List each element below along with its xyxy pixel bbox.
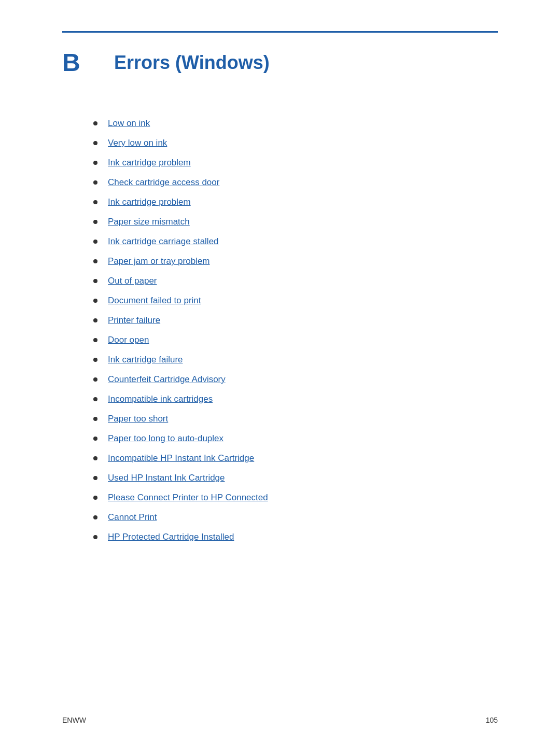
bullet-icon [93, 141, 97, 145]
toc-link-item[interactable]: HP Protected Cartridge Installed [108, 532, 234, 542]
bullet-icon [93, 220, 97, 224]
bullet-icon [93, 515, 97, 519]
toc-link-item[interactable]: Very low on ink [108, 138, 167, 148]
list-item: Ink cartridge problem [93, 158, 498, 168]
toc-link-item[interactable]: Cannot Print [108, 512, 157, 523]
toc-link-item[interactable]: Please Connect Printer to HP Connected [108, 493, 268, 503]
list-item: Very low on ink [93, 138, 498, 148]
list-item: HP Protected Cartridge Installed [93, 532, 498, 542]
list-item: Used HP Instant Ink Cartridge [93, 473, 498, 483]
list-item: Ink cartridge carriage stalled [93, 236, 498, 247]
toc-link-item[interactable]: Paper size mismatch [108, 217, 190, 227]
toc-link-item[interactable]: Paper too short [108, 414, 168, 424]
bullet-icon [93, 240, 97, 244]
toc-link-item[interactable]: Door open [108, 335, 149, 345]
list-item: Door open [93, 335, 498, 345]
toc-link-item[interactable]: Ink cartridge problem [108, 197, 191, 207]
top-border [62, 31, 498, 33]
list-item: Printer failure [93, 315, 498, 326]
list-item: Paper jam or tray problem [93, 256, 498, 266]
toc-link-item[interactable]: Check cartridge access door [108, 177, 219, 188]
list-item: Ink cartridge problem [93, 197, 498, 207]
bullet-icon [93, 456, 97, 460]
list-item: Paper too short [93, 414, 498, 424]
page-container: B Errors (Windows) Low on inkVery low on… [0, 0, 560, 745]
bullet-icon [93, 437, 97, 441]
toc-link-item[interactable]: Paper jam or tray problem [108, 256, 210, 266]
bullet-icon [93, 318, 97, 322]
bullet-icon [93, 535, 97, 539]
bullet-icon [93, 377, 97, 382]
bullet-icon [93, 358, 97, 362]
toc-link-item[interactable]: Printer failure [108, 315, 160, 326]
list-item: Paper too long to auto-duplex [93, 433, 498, 444]
bullet-icon [93, 121, 97, 125]
toc-link-item[interactable]: Low on ink [108, 118, 150, 129]
toc-link-item[interactable]: Ink cartridge problem [108, 158, 191, 168]
bullet-icon [93, 338, 97, 342]
list-item: Check cartridge access door [93, 177, 498, 188]
toc-link-item[interactable]: Incompatible ink cartridges [108, 394, 213, 404]
toc-link-item[interactable]: Out of paper [108, 276, 157, 286]
list-item: Ink cartridge failure [93, 355, 498, 365]
list-item: Document failed to print [93, 296, 498, 306]
bullet-icon [93, 161, 97, 165]
page-number: 105 [486, 716, 498, 724]
footer-label: ENWW [62, 716, 86, 724]
bullet-icon [93, 200, 97, 204]
toc-link-item[interactable]: Used HP Instant Ink Cartridge [108, 473, 225, 483]
list-item: Incompatible HP Instant Ink Cartridge [93, 453, 498, 463]
bullet-icon [93, 180, 97, 185]
bullet-icon [93, 279, 97, 283]
header-section: B Errors (Windows) [62, 48, 498, 77]
list-item: Please Connect Printer to HP Connected [93, 493, 498, 503]
list-item: Paper size mismatch [93, 217, 498, 227]
toc-link-item[interactable]: Document failed to print [108, 296, 201, 306]
toc-link-item[interactable]: Counterfeit Cartridge Advisory [108, 374, 226, 385]
toc-section: Low on inkVery low on inkInk cartridge p… [62, 118, 498, 542]
bullet-icon [93, 259, 97, 263]
toc-link-item[interactable]: Incompatible HP Instant Ink Cartridge [108, 453, 254, 463]
bullet-icon [93, 496, 97, 500]
toc-link-item[interactable]: Ink cartridge failure [108, 355, 183, 365]
toc-link-item[interactable]: Ink cartridge carriage stalled [108, 236, 219, 247]
list-item: Counterfeit Cartridge Advisory [93, 374, 498, 385]
chapter-letter: B [62, 48, 93, 77]
list-item: Cannot Print [93, 512, 498, 523]
toc-link-item[interactable]: Paper too long to auto-duplex [108, 433, 223, 444]
bullet-icon [93, 397, 97, 401]
bullet-icon [93, 299, 97, 303]
page-footer: ENWW 105 [62, 716, 498, 724]
bullet-icon [93, 417, 97, 421]
chapter-title: Errors (Windows) [114, 52, 270, 74]
list-item: Incompatible ink cartridges [93, 394, 498, 404]
bullet-icon [93, 476, 97, 480]
list-item: Low on ink [93, 118, 498, 129]
toc-list: Low on inkVery low on inkInk cartridge p… [93, 118, 498, 542]
list-item: Out of paper [93, 276, 498, 286]
